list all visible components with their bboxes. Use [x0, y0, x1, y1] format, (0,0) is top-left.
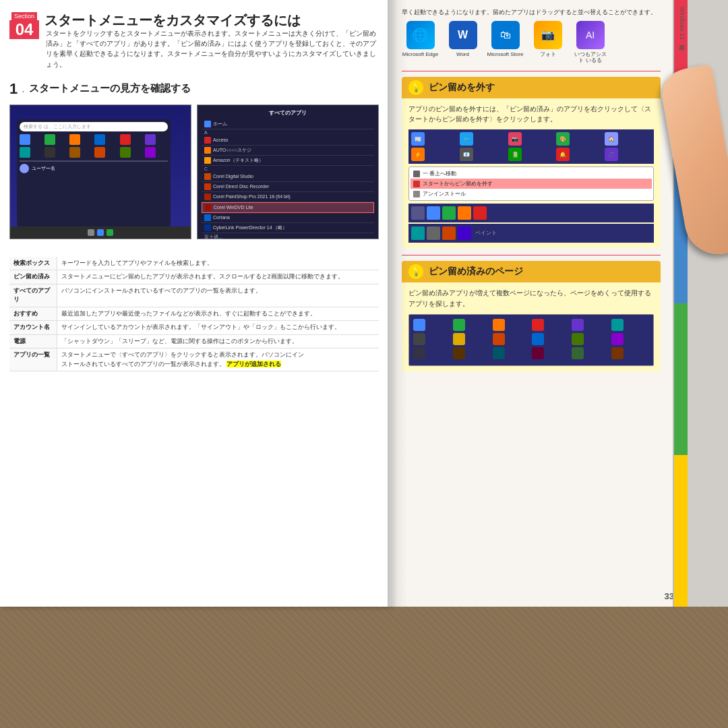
bottom-app-icons-row	[408, 204, 654, 222]
pinned-app7	[120, 147, 131, 158]
context-dropdown: 一 番上へ移動 スタートからピン留めを外す アンインストール	[408, 166, 654, 201]
context-app-grid: 📰 🐦 📷 🎨 🏠 ⚡ 📧 📗 🔔 🎵	[408, 129, 654, 164]
step1-heading: 1 . スタートメニューの見方を確認する	[9, 80, 379, 98]
b2-icon4	[458, 226, 471, 240]
ctx-icon9: 🔔	[556, 148, 570, 161]
bottom-app-icons-row2: ペイント	[408, 224, 654, 243]
p9	[493, 333, 505, 345]
pinned-row2	[413, 333, 649, 345]
p12	[611, 333, 624, 345]
pinned-app8	[145, 147, 156, 158]
b-icon5	[473, 206, 487, 220]
tip2-title: ピン留め済みのページ	[429, 266, 523, 278]
p15	[493, 347, 505, 359]
icon-amazon	[204, 157, 211, 164]
icon-auto	[204, 147, 211, 154]
label-app-list: アプリの一覧	[211, 104, 254, 105]
tip1-icon: 💡	[408, 80, 423, 95]
icon-home	[204, 121, 211, 127]
tip2-icon: 💡	[408, 264, 423, 279]
row-desc-applist: スタートメニューで〈すべてのアプリ〉をクリックすると表示されます。パソコンにイン…	[57, 348, 379, 371]
p18	[611, 347, 624, 359]
app-item-access: Access	[202, 135, 374, 146]
spine-yellow	[674, 455, 688, 607]
table-row-applist: アプリの一覧 スタートメニューで〈すべてのアプリ〉をクリックすると表示されます。…	[9, 348, 379, 371]
ctx-icon3: 📷	[508, 132, 522, 146]
ctx-icon8: 📗	[508, 148, 522, 161]
table-row-pinned: ピン留め済み スタートメニューにピン留めしたアプリが表示されます。スクロールする…	[9, 270, 379, 284]
tip-box-unpin: 💡 ピン留めを外す アプリのピン留めを外すには、「ピン留め済み」のアプリを右クリ…	[402, 77, 661, 248]
spine-text-os: Windows 11基本	[677, 7, 686, 40]
pinned-edge	[20, 134, 30, 145]
table-row-account: アカウント名 サインインしているアカウントが表示されます。「サインアウト」や「ロ…	[9, 321, 379, 335]
p5	[572, 319, 584, 331]
p16	[532, 347, 544, 359]
assistant-icon: AI	[576, 21, 605, 49]
word-label: Word	[456, 51, 469, 58]
app-tile-store: 🛍 Microsoft Store	[487, 21, 524, 64]
book-spread: Section 04 スタートメニューをカスタマイズするには スタートをクリック…	[0, 0, 728, 607]
b2-icon3	[442, 226, 456, 240]
tip2-body: ピン留め済みアプリが増えて複数ページになったら、ページをめくって使用するアプリを…	[408, 288, 654, 308]
info-table-wrap: 検索ボックス キーワードを入力してアプリやファイルを検索します。 ピン留め済み …	[9, 257, 379, 372]
ctx-icon4: 🎨	[556, 132, 570, 146]
user-avatar-sm	[20, 164, 29, 173]
screenshots-area: 検索ボックス すべてのアプリ ピン留め済み 検索する は、ここに入力します	[9, 104, 379, 239]
icon-corel3	[204, 193, 211, 200]
p7	[413, 333, 425, 345]
screenshot-all-apps: アプリの一覧 すべてのアプリ ホーム A Access AUTO○○○○スケジ …	[197, 104, 379, 239]
info-table: 検索ボックス キーワードを入力してアプリやファイルを検索します。 ピン留め済み …	[9, 257, 379, 372]
p11	[572, 333, 584, 345]
app-item-cyber: CyberLink PowerDirector 14 （略）	[202, 223, 374, 233]
table-row-recommend: おすすめ 最近追加したアプリや最近使ったファイルなどが表示され、すぐに起動するこ…	[9, 307, 379, 321]
row-desc-allapps: パソコンにインストールされているすべてのアプリの一覧を表示します。	[57, 284, 379, 307]
store-label: Microsoft Store	[487, 51, 524, 58]
tip1-header: 💡 ピン留めを外す	[402, 77, 661, 98]
pinned-app5	[69, 147, 80, 158]
icon-coral	[204, 173, 211, 180]
row-desc-account: サインインしているアカウントが表示されます。「サインアウト」や「ロック」もここか…	[57, 321, 379, 335]
ctx-icon5: 🏠	[605, 132, 618, 146]
menu-uninstall-label: アンインストール	[423, 190, 466, 198]
row-label-allapps: すべてのアプリ	[9, 284, 57, 307]
section-badge-col: Section 04	[9, 12, 39, 76]
move-top-icon	[413, 171, 420, 177]
row-desc-search: キーワードを入力してアプリやファイルを検索します。	[57, 257, 379, 270]
row-label-applist: アプリの一覧	[9, 348, 57, 371]
app-added-highlight: アプリが追加される	[226, 361, 281, 367]
spine-text-vertical: Windows 11基本	[677, 7, 686, 40]
word-icon: W	[449, 21, 477, 49]
app-icons-top: 🌐 Microsoft Edge W Word 🛍 Microsoft Stor…	[402, 21, 661, 64]
app-alpha-a: A	[202, 129, 374, 135]
p17	[572, 347, 584, 359]
app-item-amazon: Amazon（テキスト略）	[202, 156, 374, 166]
pinned-ppt	[69, 134, 80, 145]
context-screenshot-area: 📰 🐦 📷 🎨 🏠 ⚡ 📧 📗 🔔 🎵 一 番上へ移動	[408, 129, 654, 243]
windows-screen: 検索する は、ここに入力します	[10, 105, 191, 239]
pinned-word	[94, 134, 105, 145]
row-desc-pinned: スタートメニューにピン留めしたアプリが表示されます。スクロールすると2画面以降に…	[57, 270, 379, 284]
b2-icon1	[411, 226, 425, 240]
row-desc-recommend: 最近追加したアプリや最近使ったファイルなどが表示され、すぐに起動することができま…	[57, 307, 379, 321]
p3	[493, 319, 505, 331]
binding-shadow	[388, 0, 408, 607]
pinned-app2	[145, 134, 156, 145]
search-placeholder: 検索する は、ここに入力します	[24, 123, 91, 130]
photo-icon: 📷	[534, 21, 562, 49]
taskbar-edge	[97, 229, 104, 236]
menu-item-uninstall: アンインストール	[411, 189, 652, 199]
app-tile-photo: 📷 フォト	[529, 21, 566, 64]
ctx-icon1: 📰	[411, 132, 425, 146]
callout-pin-start: 〈スタートにピン留める〉をクリックする。	[378, 172, 379, 192]
taskbar-start	[88, 229, 94, 236]
row-label-search: 検索ボックス	[9, 257, 57, 270]
app-alpha-f: 富士通...	[202, 233, 374, 239]
p2	[453, 319, 465, 331]
app-item-a: ホーム	[202, 119, 374, 129]
pinned-app6	[94, 147, 105, 158]
taskbar	[10, 226, 191, 239]
app-tile-assistant: AI いつもアシスト いるる	[572, 21, 609, 64]
icon-cortana	[204, 214, 211, 221]
ctx-icon2: 🐦	[460, 132, 473, 146]
p4	[532, 319, 544, 331]
